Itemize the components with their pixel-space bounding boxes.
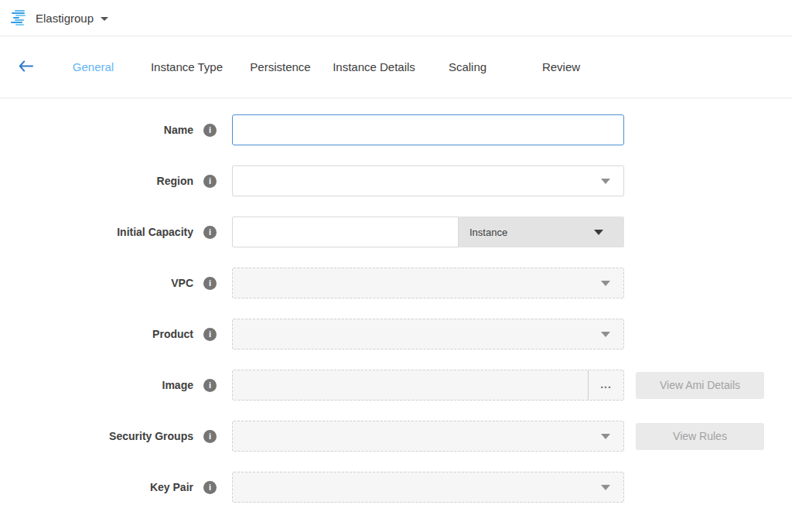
image-picker-field: ... <box>232 370 624 401</box>
field-label-region: Region <box>0 175 193 187</box>
field-label-key-pair: Key Pair <box>0 481 193 493</box>
tab-general[interactable]: General <box>46 60 140 73</box>
form-row-name: Name i <box>0 114 792 145</box>
tab-scaling[interactable]: Scaling <box>421 60 514 73</box>
region-select[interactable] <box>232 165 624 196</box>
chevron-down-icon <box>101 17 108 21</box>
view-ami-details-button[interactable]: View Ami Details <box>636 372 764 399</box>
tab-instance-type[interactable]: Instance Type <box>140 60 234 73</box>
app-title: Elastigroup <box>36 12 94 25</box>
info-icon[interactable]: i <box>203 430 217 443</box>
tab-persistence[interactable]: Persistence <box>234 60 327 73</box>
chevron-down-icon <box>601 485 610 490</box>
field-label-vpc: VPC <box>0 277 193 289</box>
ellipsis-browse-icon: ... <box>589 378 623 390</box>
chevron-down-icon <box>594 230 603 235</box>
info-icon[interactable]: i <box>203 226 217 239</box>
key-pair-select <box>232 472 624 503</box>
tab-instance-details[interactable]: Instance Details <box>327 60 421 73</box>
field-label-initial-capacity: Initial Capacity <box>0 226 193 238</box>
app-root: Elastigroup General Instance Type Persis… <box>0 0 792 503</box>
general-settings-form: Name i Region i Initial Capacity i <box>0 98 792 503</box>
form-row-initial-capacity: Initial Capacity i Instance <box>0 217 792 247</box>
security-groups-select <box>232 421 624 452</box>
tab-review[interactable]: Review <box>514 60 608 73</box>
product-select <box>232 319 624 350</box>
info-icon[interactable]: i <box>203 175 217 188</box>
chevron-down-icon <box>601 332 610 337</box>
elastigroup-logo-icon <box>11 9 28 26</box>
info-icon[interactable]: i <box>203 124 217 137</box>
field-label-name: Name <box>0 124 193 136</box>
form-row-vpc: VPC i <box>0 268 792 298</box>
info-icon[interactable]: i <box>203 328 217 341</box>
chevron-down-icon <box>601 434 610 439</box>
field-label-security-groups: Security Groups <box>0 430 193 442</box>
info-icon[interactable]: i <box>203 277 217 290</box>
wizard-tabs: General Instance Type Persistence Instan… <box>46 60 608 73</box>
view-rules-button[interactable]: View Rules <box>636 423 764 450</box>
initial-capacity-input[interactable] <box>232 217 459 247</box>
field-label-product: Product <box>0 328 193 340</box>
field-label-image: Image <box>0 379 193 391</box>
chevron-down-icon <box>601 179 610 184</box>
info-icon[interactable]: i <box>203 379 217 392</box>
info-icon[interactable]: i <box>203 481 217 494</box>
capacity-unit-select[interactable]: Instance <box>459 217 624 247</box>
product-switcher[interactable]: Elastigroup <box>36 12 108 25</box>
wizard-tabbar: General Instance Type Persistence Instan… <box>0 36 792 98</box>
app-header: Elastigroup <box>0 0 792 36</box>
chevron-down-icon <box>601 281 610 286</box>
vpc-select <box>232 268 624 298</box>
form-row-product: Product i <box>0 319 792 350</box>
form-row-image: Image i ... View Ami Details <box>0 370 792 401</box>
form-row-key-pair: Key Pair i <box>0 472 792 503</box>
capacity-unit-value: Instance <box>469 227 507 238</box>
form-row-region: Region i <box>0 165 792 196</box>
back-button[interactable] <box>17 59 35 76</box>
name-input[interactable] <box>232 114 624 145</box>
form-row-security-groups: Security Groups i View Rules <box>0 421 792 452</box>
back-arrow-icon <box>19 60 33 74</box>
